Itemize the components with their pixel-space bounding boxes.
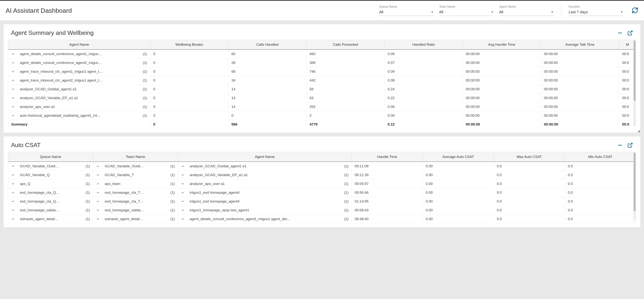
- expandable-cell[interactable]: aps_Q (1): [11, 182, 90, 186]
- expandable-cell[interactable]: esd_homepage_cta_T… (1): [96, 199, 175, 203]
- expandable-cell[interactable]: esd_homepage_cta_T… (1): [96, 191, 175, 195]
- filter-queue-select[interactable]: All ▼: [379, 9, 434, 16]
- chevron-down-icon[interactable]: [181, 164, 184, 168]
- expandable-cell[interactable]: agent_details_consult_conference_agent1_…: [11, 52, 147, 56]
- open-external-button[interactable]: [627, 142, 633, 148]
- cell-calls-handled: 60: [228, 49, 306, 58]
- open-external-button[interactable]: [627, 30, 633, 36]
- filter-team-select[interactable]: All ▼: [439, 9, 494, 16]
- expandable-cell[interactable]: GCAD_Variable_Outdi… (1): [11, 164, 90, 168]
- summary-avg-talk-time: 00:00:00: [541, 120, 619, 129]
- row-name: aps_Q: [20, 182, 79, 186]
- collapse-button[interactable]: [617, 30, 623, 36]
- cell-wellbeing: 0: [150, 85, 228, 94]
- column-header[interactable]: Avg Handle Time: [463, 40, 541, 50]
- chevron-down-icon[interactable]: [11, 114, 14, 117]
- expandable-cell[interactable]: solnauto_agent_detail… (1): [96, 217, 175, 221]
- expandable-cell[interactable]: esd_homepage_valida… (1): [11, 208, 90, 212]
- column-header[interactable]: Average Talk Time: [541, 40, 619, 50]
- vertical-scrollbar[interactable]: [633, 40, 636, 126]
- expandable-cell[interactable]: aps_team (1): [96, 182, 175, 186]
- expandable-cell[interactable]: analyzer_aps_user a1 (1): [11, 105, 147, 109]
- chevron-down-icon[interactable]: [11, 200, 14, 203]
- chevron-down-icon[interactable]: [11, 105, 14, 108]
- expandable-cell[interactable]: analyzer_GCAD_Variable_EP_a1 a1 (1): [181, 173, 348, 177]
- expandable-cell[interactable]: analyzer_aps_user a1 (1): [181, 182, 348, 186]
- row-name: GCAD_Variable_Outdi…: [105, 164, 164, 168]
- chevron-down-icon[interactable]: [96, 173, 100, 177]
- chevron-down-icon[interactable]: [11, 173, 14, 177]
- filter-duration-select[interactable]: Last 7 days ▼: [569, 9, 623, 16]
- chevron-down-icon[interactable]: [181, 173, 184, 177]
- row-name: agent_details_consult_conference_agent1_…: [190, 217, 338, 221]
- cell-avg-talk-time: 00:00:00: [541, 58, 619, 67]
- table-scroll-area[interactable]: Queue NameTeam NameAgent NameHandle Time…: [8, 152, 636, 224]
- column-header[interactable]: Agent Name: [8, 40, 150, 50]
- column-header[interactable]: Queue Name: [8, 152, 93, 162]
- chevron-down-icon[interactable]: [181, 217, 184, 221]
- refresh-button[interactable]: [632, 7, 638, 14]
- expandable-cell[interactable]: GCAD_Variable_Q (1): [11, 173, 90, 177]
- column-header[interactable]: Handled Ratio: [384, 40, 463, 50]
- row-name: aps_team: [105, 182, 164, 186]
- column-header[interactable]: Handle Time: [352, 152, 423, 162]
- filter-duration-value: Last 7 days: [569, 10, 588, 14]
- collapse-button[interactable]: [617, 142, 623, 148]
- chevron-down-icon[interactable]: [11, 217, 14, 221]
- chevron-down-icon[interactable]: [11, 191, 14, 194]
- expandable-cell[interactable]: analyzer_GCAD_Variable_EP_a1 a1 (1): [11, 96, 147, 100]
- column-header[interactable]: Calls Handled: [228, 40, 306, 50]
- expandable-cell[interactable]: agent_trace_inbound_ctc_agent1_intgus1 a…: [11, 69, 147, 74]
- chevron-down-icon[interactable]: [96, 217, 100, 221]
- chevron-down-icon[interactable]: [96, 200, 100, 203]
- expandable-cell[interactable]: agent_details_consult_conference_agent1_…: [181, 217, 348, 221]
- chevron-down-icon[interactable]: [11, 87, 14, 91]
- expandable-cell[interactable]: auto historical_agentdetail_outdialctq_a…: [11, 113, 147, 118]
- vertical-scrollbar[interactable]: [633, 152, 636, 221]
- panel-actions: [617, 30, 633, 36]
- table-scroll-area[interactable]: Agent NameWellbeing BreaksCalls HandledC…: [8, 40, 636, 129]
- expandable-cell[interactable]: esd_homepage_cta_Q… (1): [11, 191, 90, 195]
- expandable-cell[interactable]: intgus1_esd homepage_agent4 (1): [181, 191, 348, 195]
- chevron-down-icon[interactable]: [96, 209, 100, 212]
- expandable-cell[interactable]: intgus1_homepage_vpop test_agent1 (1): [181, 208, 348, 212]
- expandable-cell[interactable]: solnauto_agent_detail… (1): [11, 217, 90, 221]
- expandable-cell[interactable]: GCAD_Variable_T (1): [96, 173, 175, 177]
- chevron-down-icon[interactable]: [181, 191, 184, 194]
- cell-min-csat: 0.0: [565, 188, 636, 197]
- column-header[interactable]: Max Auto CSAT: [494, 152, 565, 162]
- column-header[interactable]: Average Auto CSAT: [423, 152, 494, 162]
- expandable-cell[interactable]: intgus1_esd homepage_agent4 (1): [181, 199, 348, 203]
- chevron-down-icon[interactable]: [11, 79, 14, 82]
- chevron-down-icon[interactable]: [96, 191, 100, 194]
- chevron-down-icon[interactable]: [11, 52, 14, 56]
- column-header[interactable]: Min Auto CSAT: [565, 152, 636, 162]
- column-header[interactable]: Calls Presented: [306, 40, 384, 50]
- expandable-cell[interactable]: agent_details_consult_conference_agent2_…: [11, 61, 147, 65]
- expandable-cell[interactable]: esd_homepage_valida… (1): [96, 208, 175, 212]
- chevron-down-icon[interactable]: [181, 209, 184, 212]
- chevron-down-icon[interactable]: [11, 164, 14, 168]
- chevron-down-icon[interactable]: [11, 209, 14, 212]
- expandable-cell[interactable]: agent_trace_inbound_ctc_agent2_intgus1 a…: [11, 78, 147, 82]
- chevron-down-icon[interactable]: [181, 200, 184, 203]
- expandable-cell[interactable]: GCAD_Variable_Outdi… (1): [96, 164, 175, 168]
- chevron-down-icon[interactable]: [11, 61, 14, 64]
- column-header[interactable]: Agent Name: [178, 152, 352, 162]
- column-header[interactable]: Team Name: [93, 152, 178, 162]
- row-name: analyzer_GCAD_Outdial_agent1 a1: [20, 87, 136, 91]
- chevron-down-icon[interactable]: [11, 70, 14, 73]
- expandable-cell[interactable]: esd_homepage_cta_Q… (1): [11, 199, 90, 203]
- resize-handle[interactable]: [638, 130, 640, 132]
- cell-calls-handled: 68: [228, 67, 306, 76]
- chevron-down-icon[interactable]: [181, 182, 184, 185]
- expandable-cell[interactable]: analyzer_GCAD_Outdial_agent1 a1 (1): [11, 87, 147, 91]
- chevron-down-icon[interactable]: [96, 182, 100, 185]
- column-header[interactable]: Wellbeing Breaks: [150, 40, 228, 50]
- expandable-cell[interactable]: analyzer_GCAD_Outdial_agent1 a1 (1): [181, 164, 348, 168]
- chevron-down-icon[interactable]: [11, 182, 14, 185]
- filter-agent-select[interactable]: All ▼: [499, 9, 554, 16]
- cell-avg-handle-time: 00:00:00: [463, 94, 541, 102]
- chevron-down-icon[interactable]: [96, 164, 100, 168]
- chevron-down-icon[interactable]: [11, 96, 14, 100]
